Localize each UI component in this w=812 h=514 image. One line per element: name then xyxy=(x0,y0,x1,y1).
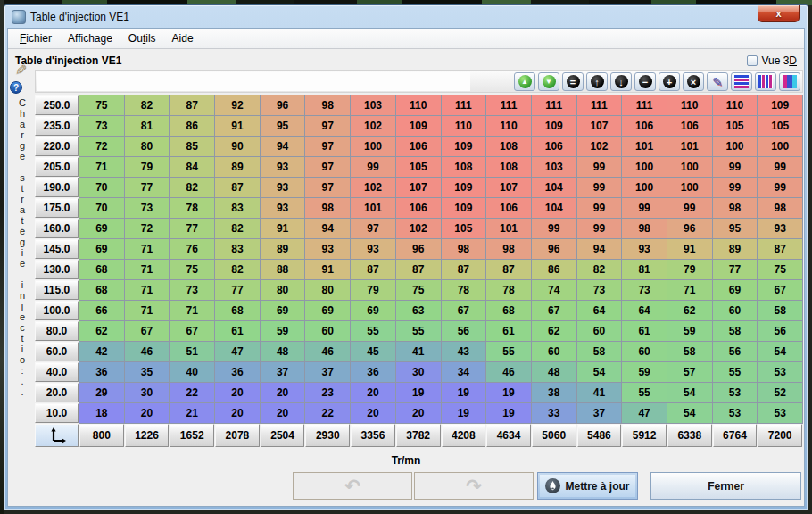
table-cell[interactable]: 96 xyxy=(396,239,442,260)
y-axis-cell[interactable]: 20.0 xyxy=(35,383,79,403)
table-cell[interactable]: 93 xyxy=(758,219,803,239)
table-cell[interactable]: 78 xyxy=(442,280,487,301)
axis-swap-button[interactable] xyxy=(35,424,79,448)
table-cell[interactable]: 100 xyxy=(622,178,667,198)
table-cell[interactable]: 67 xyxy=(170,321,215,342)
table-cell[interactable]: 99 xyxy=(351,157,396,178)
table-cell[interactable]: 93 xyxy=(261,198,306,219)
table-cell[interactable]: 55 xyxy=(396,321,442,342)
table-cell[interactable]: 109 xyxy=(442,137,487,157)
table-cell[interactable]: 64 xyxy=(577,301,623,321)
table-cell[interactable]: 82 xyxy=(215,260,261,280)
help-icon[interactable]: ? xyxy=(10,81,22,94)
vue-3d-checkbox[interactable] xyxy=(747,55,758,66)
table-cell[interactable]: 61 xyxy=(622,321,667,342)
table-cell[interactable]: 93 xyxy=(622,239,667,260)
y-axis-cell[interactable]: 130.0 xyxy=(35,260,79,280)
table-cell[interactable]: 73 xyxy=(79,116,125,137)
table-cell[interactable]: 73 xyxy=(170,280,215,301)
table-cell[interactable]: 94 xyxy=(261,137,306,157)
undo-button[interactable]: ↶ xyxy=(293,472,412,500)
table-cell[interactable]: 97 xyxy=(305,178,351,198)
table-cell[interactable]: 100 xyxy=(351,137,396,157)
table-cell[interactable]: 86 xyxy=(532,260,577,280)
table-cell[interactable]: 76 xyxy=(170,239,215,260)
table-cell[interactable]: 100 xyxy=(667,178,713,198)
table-cell[interactable]: 85 xyxy=(170,137,215,157)
table-cell[interactable]: 68 xyxy=(215,301,261,321)
table-cell[interactable]: 69 xyxy=(79,219,125,239)
table-cell[interactable]: 69 xyxy=(351,301,396,321)
table-cell[interactable]: 99 xyxy=(758,178,803,198)
table-cell[interactable]: 74 xyxy=(532,280,577,301)
table-cell[interactable]: 98 xyxy=(305,95,351,116)
table-cell[interactable]: 69 xyxy=(79,239,125,260)
table-cell[interactable]: 20 xyxy=(261,383,306,403)
x-axis-cell[interactable]: 4634 xyxy=(486,424,532,448)
table-cell[interactable]: 75 xyxy=(170,260,215,280)
table-cell[interactable]: 78 xyxy=(170,198,215,219)
y-axis-cell[interactable]: 40.0 xyxy=(35,362,79,383)
y-axis-cell[interactable]: 235.0 xyxy=(35,116,79,137)
table-cell[interactable]: 97 xyxy=(305,157,351,178)
table-cell[interactable]: 98 xyxy=(713,198,758,219)
table-cell[interactable]: 48 xyxy=(532,362,577,383)
table-cell[interactable]: 91 xyxy=(215,116,261,137)
table-cell[interactable]: 77 xyxy=(125,178,170,198)
table-cell[interactable]: 69 xyxy=(261,301,306,321)
table-cell[interactable]: 103 xyxy=(351,95,396,116)
table-cell[interactable]: 69 xyxy=(713,280,758,301)
table-cell[interactable]: 53 xyxy=(713,403,758,424)
table-cell[interactable]: 79 xyxy=(125,157,170,178)
table-cell[interactable]: 106 xyxy=(486,198,532,219)
table-cell[interactable]: 42 xyxy=(79,342,125,362)
table-cell[interactable]: 77 xyxy=(713,260,758,280)
table-cell[interactable]: 99 xyxy=(713,157,758,178)
table-cell[interactable]: 60 xyxy=(622,342,667,362)
table-cell[interactable]: 99 xyxy=(577,198,623,219)
table-cell[interactable]: 93 xyxy=(351,239,396,260)
table-cell[interactable]: 89 xyxy=(261,239,306,260)
table-cell[interactable]: 92 xyxy=(215,95,261,116)
table-cell[interactable]: 100 xyxy=(622,157,667,178)
table-cell[interactable]: 72 xyxy=(79,137,125,157)
table-cell[interactable]: 71 xyxy=(170,301,215,321)
table-cell[interactable]: 96 xyxy=(532,239,577,260)
table-cell[interactable]: 110 xyxy=(486,116,532,137)
table-cell[interactable]: 73 xyxy=(125,198,170,219)
table-cell[interactable]: 20 xyxy=(396,403,442,424)
table-cell[interactable]: 71 xyxy=(125,260,170,280)
update-button[interactable]: Mettre à jour xyxy=(537,472,638,500)
x-axis-cell[interactable]: 800 xyxy=(79,424,125,448)
table-cell[interactable]: 41 xyxy=(396,342,442,362)
decrease-button[interactable]: − xyxy=(634,72,656,91)
table-cell[interactable]: 109 xyxy=(396,116,442,137)
table-cell[interactable]: 96 xyxy=(667,219,713,239)
table-cell[interactable]: 82 xyxy=(577,260,623,280)
table-cell[interactable]: 105 xyxy=(442,219,487,239)
table-cell[interactable]: 73 xyxy=(622,280,667,301)
x-axis-cell[interactable]: 2078 xyxy=(215,424,261,448)
table-cell[interactable]: 95 xyxy=(261,116,306,137)
table-cell[interactable]: 110 xyxy=(442,116,487,137)
x-axis-cell[interactable]: 5912 xyxy=(622,424,667,448)
table-cell[interactable]: 55 xyxy=(351,321,396,342)
y-axis-cell[interactable]: 160.0 xyxy=(35,219,79,239)
table-cell[interactable]: 51 xyxy=(170,342,215,362)
table-cell[interactable]: 91 xyxy=(305,260,351,280)
table-cell[interactable]: 98 xyxy=(305,198,351,219)
table-cell[interactable]: 62 xyxy=(532,321,577,342)
table-cell[interactable]: 101 xyxy=(486,219,532,239)
table-cell[interactable]: 99 xyxy=(758,157,803,178)
table-cell[interactable]: 87 xyxy=(170,95,215,116)
table-cell[interactable]: 71 xyxy=(667,280,713,301)
cell-value-field[interactable] xyxy=(37,72,470,91)
table-cell[interactable]: 20 xyxy=(351,403,396,424)
table-cell[interactable]: 82 xyxy=(125,95,170,116)
table-cell[interactable]: 68 xyxy=(79,280,125,301)
table-cell[interactable]: 62 xyxy=(667,301,713,321)
table-cell[interactable]: 99 xyxy=(622,198,667,219)
interpolate-columns-button[interactable] xyxy=(755,72,776,91)
table-cell[interactable]: 79 xyxy=(351,280,396,301)
table-cell[interactable]: 59 xyxy=(667,321,713,342)
